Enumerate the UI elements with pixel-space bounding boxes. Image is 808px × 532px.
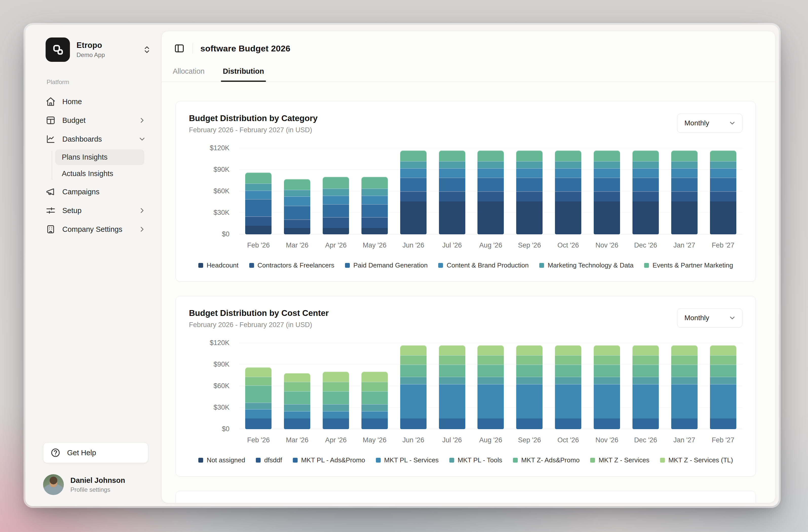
stacked-bar-Dec '26[interactable] [632,345,659,429]
bar-segment-Paid Demand Generation[interactable] [439,178,465,191]
bar-segment-Events & Partner Marketing[interactable] [323,177,349,188]
bar-segment-Paid Demand Generation[interactable] [284,206,310,219]
legend-item[interactable]: Contractors & Freelancers [249,261,334,269]
legend-item[interactable]: MKT PL - Services [376,456,439,464]
bar-segment-Headcount[interactable] [400,201,426,234]
bar-segment-MKT PL - Ads&Promo[interactable] [362,419,388,429]
stacked-bar-Jul '26[interactable] [439,345,465,429]
bar-segment-Marketing Technology & Data[interactable] [245,183,272,190]
bar-segment-MKT Z - Services (TL)[interactable] [477,345,504,355]
app-switcher[interactable]: Etropo Demo App [45,37,151,62]
stacked-bar-Feb '27[interactable] [710,150,736,234]
bar-segment-MKT PL - Ads&Promo[interactable] [400,419,426,429]
bar-segment-MKT PL - Services[interactable] [362,411,388,418]
bar-segment-MKT PL - Tools[interactable] [323,404,349,411]
stacked-bar-Dec '26[interactable] [632,150,659,234]
bar-segment-Contractors & Freelancers[interactable] [710,191,736,201]
bar-segment-Events & Partner Marketing[interactable] [477,150,504,161]
bar-segment-Content & Brand Production[interactable] [362,196,388,204]
bar-segment-MKT PL - Tools[interactable] [632,377,659,384]
bar-segment-Marketing Technology & Data[interactable] [671,161,698,168]
bar-segment-Content & Brand Production[interactable] [477,168,504,178]
bar-segment-MKT Z - Services[interactable] [362,382,388,391]
bar-segment-MKT Z - Services (TL)[interactable] [439,345,465,355]
bar-segment-MKT PL - Tools[interactable] [400,377,426,384]
bar-segment-MKT Z - Services[interactable] [400,355,426,365]
period-select[interactable]: Monthly [677,113,742,133]
bar-segment-Marketing Technology & Data[interactable] [400,161,426,168]
bar-segment-Contractors & Freelancers[interactable] [439,191,465,201]
stacked-bar-Sep '26[interactable] [516,150,543,234]
bar-segment-Marketing Technology & Data[interactable] [516,161,543,168]
bar-segment-MKT PL - Ads&Promo[interactable] [594,419,620,429]
bar-segment-MKT Z - Services[interactable] [555,355,581,365]
stacked-bar-Feb '26[interactable] [245,172,272,234]
bar-segment-Contractors & Freelancers[interactable] [245,216,272,226]
bar-segment-MKT Z - Services[interactable] [516,355,543,365]
bar-segment-MKT PL - Services[interactable] [284,411,310,418]
bar-segment-MKT Z - Services (TL)[interactable] [594,345,620,355]
stacked-bar-Mar '26[interactable] [284,179,310,234]
bar-segment-MKT Z - Services[interactable] [671,355,698,365]
bar-segment-MKT Z- Ads&Promo[interactable] [284,391,310,404]
bar-segment-Content & Brand Production[interactable] [439,168,465,178]
stacked-bar-Sep '26[interactable] [516,345,543,429]
legend-item[interactable]: MKT Z - Services [590,456,649,464]
period-select[interactable]: Monthly [677,308,742,328]
bar-segment-MKT Z - Services (TL)[interactable] [632,345,659,355]
bar-segment-MKT PL - Ads&Promo[interactable] [516,419,543,429]
legend-item[interactable]: Content & Brand Production [438,261,529,269]
bar-segment-Marketing Technology & Data[interactable] [323,188,349,196]
bar-segment-Headcount[interactable] [516,201,543,234]
bar-segment-MKT Z - Services (TL)[interactable] [555,345,581,355]
bar-segment-Content & Brand Production[interactable] [632,168,659,178]
bar-segment-MKT Z- Ads&Promo[interactable] [671,365,698,377]
bar-segment-Headcount[interactable] [632,201,659,234]
legend-item[interactable]: Paid Demand Generation [345,261,427,269]
legend-item[interactable]: MKT Z- Ads&Promo [513,456,580,464]
bar-segment-MKT PL - Tools[interactable] [284,404,310,411]
bar-segment-Events & Partner Marketing[interactable] [555,150,581,161]
bar-segment-Headcount[interactable] [245,226,272,234]
bar-segment-Content & Brand Production[interactable] [710,168,736,178]
bar-segment-MKT Z - Services[interactable] [323,382,349,391]
legend-item[interactable]: Headcount [198,261,239,269]
bar-segment-Paid Demand Generation[interactable] [632,178,659,191]
bar-segment-MKT PL - Ads&Promo[interactable] [323,419,349,429]
bar-segment-Paid Demand Generation[interactable] [245,199,272,216]
bar-segment-Content & Brand Production[interactable] [323,196,349,204]
bar-segment-MKT Z - Services[interactable] [284,382,310,391]
bar-segment-MKT PL - Services[interactable] [245,409,272,419]
bar-segment-MKT PL - Ads&Promo[interactable] [245,419,272,429]
bar-segment-Content & Brand Production[interactable] [284,196,310,206]
bar-segment-Contractors & Freelancers[interactable] [284,219,310,228]
bar-segment-MKT Z - Services (TL)[interactable] [284,373,310,382]
bar-segment-Paid Demand Generation[interactable] [400,178,426,191]
bar-segment-MKT Z- Ads&Promo[interactable] [477,365,504,377]
bar-segment-Headcount[interactable] [594,201,620,234]
bar-segment-Marketing Technology & Data[interactable] [555,161,581,168]
get-help-button[interactable]: Get Help [43,442,148,463]
stacked-bar-Feb '26[interactable] [245,367,272,429]
bar-segment-MKT Z- Ads&Promo[interactable] [245,385,272,403]
bar-segment-Paid Demand Generation[interactable] [671,178,698,191]
legend-item[interactable]: MKT Z - Services (TL) [660,456,733,464]
stacked-bar-Apr '26[interactable] [323,372,349,429]
bar-segment-MKT PL - Tools[interactable] [362,404,388,411]
bar-segment-Marketing Technology & Data[interactable] [632,161,659,168]
bar-segment-MKT PL - Ads&Promo[interactable] [284,419,310,429]
bar-segment-MKT PL - Tools[interactable] [594,377,620,384]
sidebar-item-campaigns[interactable]: Campaigns [39,182,151,201]
bar-segment-MKT Z- Ads&Promo[interactable] [439,365,465,377]
bar-segment-MKT Z- Ads&Promo[interactable] [710,365,736,377]
bar-segment-Paid Demand Generation[interactable] [555,178,581,191]
bar-segment-Contractors & Freelancers[interactable] [671,191,698,201]
sidebar-item-dashboards[interactable]: Dashboards [39,130,151,148]
bar-segment-MKT PL - Ads&Promo[interactable] [555,419,581,429]
bar-segment-MKT PL - Services[interactable] [477,384,504,419]
bar-segment-MKT PL - Services[interactable] [555,384,581,419]
bar-segment-Content & Brand Production[interactable] [671,168,698,178]
bar-segment-MKT PL - Services[interactable] [400,384,426,419]
bar-segment-Content & Brand Production[interactable] [400,168,426,178]
stacked-bar-Jun '26[interactable] [400,345,426,429]
